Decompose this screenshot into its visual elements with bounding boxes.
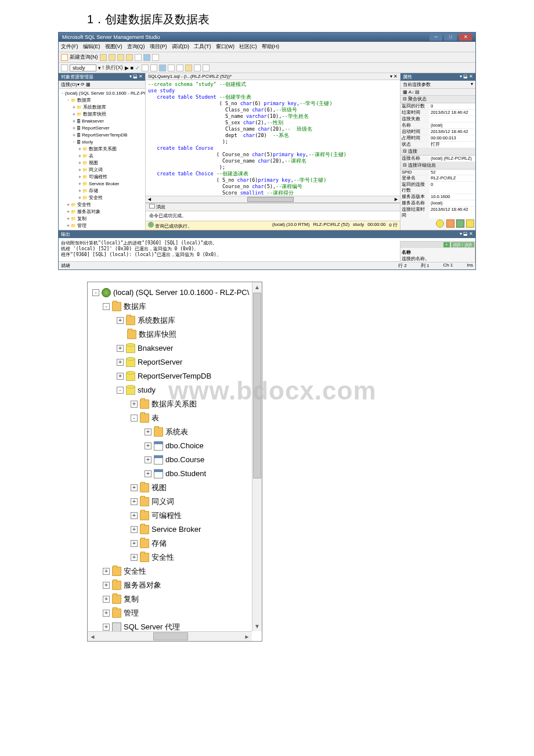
- filter-icon[interactable]: ▦: [86, 82, 91, 87]
- tree-item[interactable]: +服务器对象: [90, 578, 259, 592]
- expand-icon[interactable]: -: [117, 387, 124, 394]
- props-dropdown-icon[interactable]: ▾: [471, 81, 473, 87]
- prop-icon-1[interactable]: [436, 219, 444, 228]
- tree-item[interactable]: +🗄 ReportServerTempDB: [60, 132, 144, 139]
- expand-icon[interactable]: +: [103, 582, 110, 589]
- tree-item[interactable]: +存储: [90, 537, 259, 550]
- expand-icon[interactable]: +: [103, 610, 110, 617]
- tree-item[interactable]: +安全性: [90, 550, 259, 564]
- new-query-icon[interactable]: [61, 54, 68, 61]
- tree-item[interactable]: -数据库: [90, 300, 259, 314]
- tree-item[interactable]: +dbo.Course: [90, 453, 259, 467]
- tree-item[interactable]: +dbo.Choice: [90, 439, 259, 453]
- menu-item[interactable]: 社区(C): [239, 44, 257, 49]
- expand-icon[interactable]: -: [103, 303, 110, 310]
- connect-button[interactable]: 连接(O)▾: [61, 82, 80, 87]
- add-conn-icon[interactable]: +: [443, 242, 450, 247]
- debug-icon[interactable]: ▶: [125, 65, 129, 71]
- t8-icon[interactable]: [203, 64, 210, 71]
- menu-item[interactable]: 帮助(H): [262, 44, 280, 49]
- t7-icon[interactable]: [194, 64, 201, 71]
- tree-item[interactable]: +📁 数据库关系图: [60, 146, 144, 153]
- save-icon[interactable]: [135, 54, 142, 61]
- folder2-icon[interactable]: [117, 54, 124, 61]
- open-icon[interactable]: [100, 54, 107, 61]
- hscroll[interactable]: ◄ ►: [88, 631, 252, 641]
- tree-item[interactable]: +📁 服务器对象: [60, 208, 144, 215]
- tree-item[interactable]: +系统数据库: [90, 314, 259, 327]
- tree-item[interactable]: +⚙ SQL Server 代理: [60, 229, 144, 230]
- props-page-icon[interactable]: ▤: [415, 89, 420, 95]
- expand-icon[interactable]: +: [131, 554, 138, 561]
- tab-close-icon[interactable]: ▾ ✕: [390, 74, 398, 79]
- scroll-right2-icon[interactable]: ►: [242, 632, 252, 641]
- tree-item[interactable]: +📁 表: [60, 153, 144, 160]
- tree-item[interactable]: +🗄 Bnaksever: [60, 118, 144, 125]
- menu-item[interactable]: 文件(F): [61, 44, 78, 49]
- obj-explorer-toolbar[interactable]: 连接(O)▾ ⟳ ▦: [59, 81, 145, 89]
- tree-root[interactable]: (local) (SQL Server 10.0.1600 - RLZ-PC\R…: [65, 91, 145, 96]
- scroll-down-icon[interactable]: ▼: [252, 621, 262, 631]
- expand-icon[interactable]: +: [131, 498, 138, 505]
- tree-item[interactable]: -📁 数据库: [60, 97, 144, 104]
- tree-item[interactable]: +dbo.Student: [90, 467, 259, 481]
- new-query-label[interactable]: 新建查询(N): [70, 53, 98, 61]
- menu-item[interactable]: 窗口(W): [216, 44, 235, 49]
- menu-item[interactable]: 项目(P): [150, 44, 167, 49]
- expand-icon[interactable]: -: [131, 415, 138, 422]
- scroll-left2-icon[interactable]: ◄: [88, 632, 98, 641]
- database-selector[interactable]: study: [70, 64, 96, 71]
- expand-icon[interactable]: +: [103, 596, 110, 603]
- sql-editor[interactable]: --create schema "study" --创建模式use study …: [146, 80, 400, 196]
- tree-item[interactable]: +管理: [90, 606, 259, 620]
- scroll-up-icon[interactable]: ▲: [252, 282, 262, 292]
- tree-item[interactable]: +📁 管理: [60, 222, 144, 229]
- t4-icon[interactable]: [168, 64, 175, 71]
- tree-item[interactable]: +📁 系统数据库: [60, 104, 144, 111]
- tree-item[interactable]: +📁 可编程性: [60, 174, 144, 181]
- expand-icon[interactable]: +: [103, 624, 110, 631]
- save-all-icon[interactable]: [143, 54, 150, 61]
- prop-group-header[interactable]: ⊟ 连接详细信息: [400, 162, 475, 170]
- tree-item[interactable]: +Service Broker: [90, 523, 259, 537]
- props-view-toolbar[interactable]: ▦ A↓ ▤: [400, 89, 475, 96]
- tree-item[interactable]: +安全性: [90, 564, 259, 578]
- expand-icon[interactable]: -: [92, 289, 99, 296]
- t3-icon[interactable]: [159, 64, 166, 71]
- toolbar-sql[interactable]: study ▾ ! 执行(X) ▶ ■ ✓: [59, 63, 475, 73]
- menu-item[interactable]: 查询(Q): [127, 44, 145, 49]
- menu-item[interactable]: 调试(D): [172, 44, 190, 49]
- panel-pin2-icon[interactable]: ▾ ⬓ ✕: [460, 74, 473, 80]
- tree-item[interactable]: +视图: [90, 481, 259, 495]
- tree-item[interactable]: -🗄 study: [60, 139, 144, 146]
- expand-icon[interactable]: +: [131, 484, 138, 491]
- t5-icon[interactable]: [176, 64, 183, 71]
- hscroll-thumb[interactable]: [153, 632, 188, 640]
- t2-icon[interactable]: [150, 64, 157, 71]
- editor-hscroll[interactable]: ◄ ►: [146, 196, 400, 203]
- scroll-left-icon[interactable]: ◄: [147, 196, 152, 202]
- prop-icon-2[interactable]: [446, 219, 454, 228]
- tree-item[interactable]: +系统表: [90, 425, 259, 439]
- prop-icon[interactable]: [152, 54, 159, 61]
- tree-item[interactable]: +📁 Service Broker: [60, 181, 144, 188]
- tree-item[interactable]: +🗄 ReportServer: [60, 125, 144, 132]
- tree-item[interactable]: +Bnaksever: [90, 341, 259, 355]
- expand-icon[interactable]: +: [131, 401, 138, 408]
- alphabetical-icon[interactable]: A↓: [409, 89, 414, 95]
- tree-item[interactable]: +📁 存储: [60, 188, 144, 195]
- expand-icon[interactable]: +: [145, 442, 151, 449]
- prop-icon-3[interactable]: [456, 219, 464, 228]
- tree-item[interactable]: +📁 同义词: [60, 167, 144, 174]
- expand-icon[interactable]: +: [117, 359, 124, 366]
- refresh-icon[interactable]: ⟳: [81, 82, 85, 87]
- expand-icon[interactable]: +: [117, 317, 124, 324]
- editor-tabs[interactable]: SQLQuery1.sql - (l...(RLZ-PC\RLZ (52))* …: [146, 73, 400, 80]
- menu-item[interactable]: 工具(T): [194, 44, 211, 49]
- stop-icon[interactable]: ■: [131, 65, 134, 71]
- indent-icon[interactable]: [61, 64, 68, 71]
- menubar[interactable]: 文件(F)编辑(E)视图(V)查询(Q)项目(P)调试(D)工具(T)窗口(W)…: [59, 42, 475, 52]
- tree-item[interactable]: +数据库关系图: [90, 397, 259, 411]
- t1-icon[interactable]: [142, 64, 149, 71]
- tree-item[interactable]: +复制: [90, 592, 259, 606]
